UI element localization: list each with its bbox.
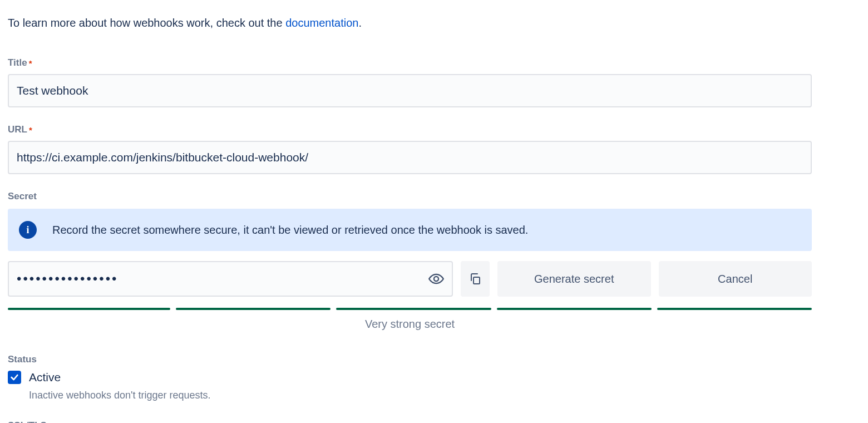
svg-rect-1: [474, 277, 480, 284]
strength-segment: [497, 308, 652, 310]
secret-input-wrap: [8, 261, 453, 297]
title-label: Title *: [8, 57, 860, 68]
intro-prefix: To learn more about how webhooks work, c…: [8, 17, 285, 29]
strength-segment: [657, 308, 812, 310]
eye-icon: [428, 271, 444, 287]
status-label: Status: [8, 354, 860, 365]
secret-field-block: Secret i Record the secret somewhere sec…: [8, 191, 860, 331]
secret-strength-meter: [8, 308, 812, 310]
documentation-link[interactable]: documentation: [285, 17, 358, 29]
secret-info-panel: i Record the secret somewhere secure, it…: [8, 209, 812, 251]
intro-text: To learn more about how webhooks work, c…: [8, 16, 860, 31]
ssl-label: SSL/TLS: [8, 420, 860, 423]
cancel-secret-button[interactable]: Cancel: [659, 261, 812, 297]
copy-secret-button[interactable]: [461, 261, 490, 297]
generate-secret-button[interactable]: Generate secret: [497, 261, 651, 297]
status-checkbox-row: Active: [8, 371, 860, 384]
copy-icon: [468, 272, 482, 286]
title-field-block: Title *: [8, 57, 860, 107]
check-icon: [10, 373, 19, 382]
required-asterisk: *: [29, 125, 32, 135]
url-input[interactable]: [8, 141, 812, 174]
url-field-block: URL *: [8, 124, 860, 174]
strength-segment: [176, 308, 331, 310]
status-hint: Inactive webhooks don't trigger requests…: [29, 390, 860, 401]
info-icon: i: [19, 221, 37, 239]
strength-segment: [336, 308, 491, 310]
status-field-block: Status Active Inactive webhooks don't tr…: [8, 354, 860, 401]
required-asterisk: *: [29, 58, 32, 68]
strength-segment: [8, 308, 170, 310]
intro-suffix: .: [358, 17, 362, 29]
url-label-text: URL: [8, 124, 27, 135]
active-checkbox[interactable]: [8, 371, 21, 384]
title-input[interactable]: [8, 74, 812, 107]
active-checkbox-label: Active: [29, 371, 61, 384]
svg-point-0: [434, 277, 438, 281]
url-label: URL *: [8, 124, 860, 135]
secret-strength-label: Very strong secret: [8, 318, 812, 331]
secret-row: Generate secret Cancel: [8, 261, 812, 297]
secret-info-text: Record the secret somewhere secure, it c…: [52, 224, 528, 237]
secret-label: Secret: [8, 191, 860, 202]
title-label-text: Title: [8, 57, 27, 68]
secret-label-text: Secret: [8, 191, 37, 202]
webhook-form: To learn more about how webhooks work, c…: [0, 0, 868, 423]
status-label-text: Status: [8, 354, 37, 365]
secret-input[interactable]: [8, 261, 453, 297]
ssl-label-text: SSL/TLS: [8, 420, 47, 423]
reveal-secret-button[interactable]: [424, 267, 448, 291]
